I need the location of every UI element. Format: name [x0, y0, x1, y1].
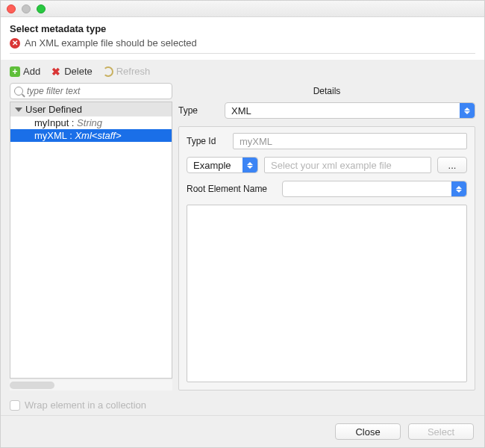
- source-select[interactable]: Example: [187, 157, 258, 173]
- example-file-placeholder: Select your xml example file: [271, 160, 392, 171]
- type-select-value: XML: [231, 105, 251, 116]
- tree-group-header[interactable]: User Defined: [10, 102, 172, 116]
- details-group: Type Id myXML Example Select your xml ex…: [178, 126, 475, 391]
- select-label: Select: [428, 426, 454, 438]
- wrap-label: Wrap element in a collection: [25, 399, 146, 411]
- typeid-row: Type Id myXML: [187, 133, 467, 149]
- dialog-window: Select metadata type ✕ An XML example fi…: [0, 0, 485, 448]
- close-button[interactable]: Close: [335, 423, 401, 440]
- select-stepper-icon: [451, 181, 466, 196]
- source-select-value: Example: [193, 160, 231, 171]
- plus-icon: +: [10, 66, 20, 77]
- wrap-checkbox[interactable]: [10, 400, 20, 411]
- type-select[interactable]: XML: [225, 102, 475, 119]
- refresh-label: Refresh: [116, 66, 151, 77]
- browse-label: ...: [448, 160, 457, 171]
- left-column: User Defined myInput : String myXML : Xm…: [10, 83, 172, 391]
- select-stepper-icon: [460, 103, 475, 118]
- details-title: Details: [178, 86, 475, 96]
- titlebar: [1, 1, 484, 17]
- preview-area: [187, 205, 467, 382]
- select-stepper-icon: [242, 158, 257, 172]
- dialog-header: Select metadata type ✕ An XML example fi…: [1, 17, 484, 60]
- add-label: Add: [23, 66, 40, 77]
- content-area: User Defined myInput : String myXML : Xm…: [1, 80, 484, 395]
- header-divider: [10, 53, 475, 54]
- dialog-title: Select metadata type: [10, 23, 475, 34]
- search-input[interactable]: [10, 83, 172, 99]
- refresh-button[interactable]: Refresh: [103, 66, 151, 77]
- wrap-row: Wrap element in a collection: [1, 395, 484, 415]
- window-zoom-icon[interactable]: [37, 4, 46, 13]
- root-row: Root Element Name: [187, 181, 467, 197]
- tree-item[interactable]: myInput : String: [10, 116, 172, 129]
- refresh-icon: [103, 66, 113, 77]
- root-select[interactable]: [282, 181, 467, 197]
- cross-icon: ✖: [51, 66, 61, 77]
- dialog-error-row: ✕ An XML example file should be selected: [10, 37, 475, 49]
- dialog-footer: Close Select: [1, 415, 484, 447]
- typeid-label: Type Id: [187, 136, 227, 146]
- typeid-field[interactable]: myXML: [233, 133, 467, 149]
- tree-group-label: User Defined: [25, 104, 82, 115]
- tree-item-name: myXML: [34, 130, 67, 141]
- typeid-value: myXML: [240, 136, 272, 147]
- error-icon: ✕: [10, 38, 20, 49]
- source-row: Example Select your xml example file ...: [187, 157, 467, 173]
- search-icon: [14, 87, 23, 96]
- search-wrap: [10, 83, 172, 99]
- horizontal-scrollbar[interactable]: [10, 380, 172, 391]
- tree-item[interactable]: myXML : Xml<staff>: [10, 129, 172, 142]
- example-file-field[interactable]: Select your xml example file: [264, 157, 431, 173]
- browse-button[interactable]: ...: [437, 157, 467, 173]
- tree-item-type: Xml<staff>: [75, 130, 121, 141]
- type-label: Type: [178, 105, 219, 116]
- tree-item-name: myInput: [34, 117, 69, 128]
- right-column: Details Type XML Type Id myXML Exa: [178, 83, 475, 391]
- add-button[interactable]: + Add: [10, 66, 40, 77]
- type-tree[interactable]: User Defined myInput : String myXML : Xm…: [10, 102, 172, 379]
- delete-label: Delete: [64, 66, 93, 77]
- type-row: Type XML: [178, 102, 475, 119]
- window-close-icon[interactable]: [7, 4, 16, 13]
- close-label: Close: [355, 426, 380, 438]
- select-button: Select: [408, 423, 474, 440]
- root-label: Root Element Name: [187, 184, 276, 194]
- dialog-error-message: An XML example file should be selected: [25, 37, 197, 49]
- chevron-down-icon: [15, 108, 22, 112]
- delete-button[interactable]: ✖ Delete: [51, 66, 93, 77]
- window-minimize-icon: [22, 4, 31, 13]
- toolbar: + Add ✖ Delete Refresh: [1, 60, 484, 80]
- tree-item-type: String: [77, 117, 102, 128]
